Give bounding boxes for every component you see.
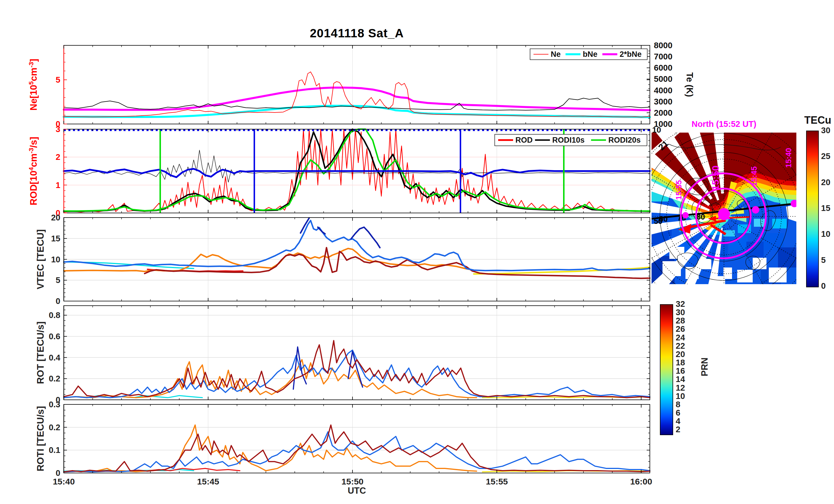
panel-frame bbox=[64, 405, 650, 473]
series-prn-blue bbox=[64, 432, 650, 472]
prn-tick-label: 20 bbox=[676, 349, 685, 359]
te-tick-label: 4000 bbox=[654, 86, 673, 95]
y-axis-label-text: Ne[105cm-3] bbox=[27, 59, 39, 111]
tecu-colorbar bbox=[806, 131, 819, 287]
prn-tick-label: 6 bbox=[676, 408, 680, 418]
y-axis-label: ROD[104cm-3/s] bbox=[27, 137, 39, 205]
y-axis-label-text: ROT [TECU/s] bbox=[35, 321, 46, 384]
prn-tick-label: 32 bbox=[676, 299, 685, 309]
epoch-time-label: 15:45 bbox=[750, 166, 759, 186]
map-nodata-patch bbox=[662, 261, 681, 276]
te-tick-label: 2000 bbox=[654, 108, 673, 117]
epoch-time-label: 15:55 bbox=[675, 180, 683, 200]
legend-label: ROD bbox=[515, 136, 533, 144]
series-prn-blue bbox=[64, 221, 650, 271]
prn-tick-label: 16 bbox=[676, 366, 685, 376]
legend-label: RODI20s bbox=[608, 136, 641, 144]
tecu-tick-label: 20 bbox=[821, 178, 830, 187]
epoch-time-label: 15:50 bbox=[710, 166, 721, 190]
tecu-colorbar-title: TECu bbox=[802, 114, 834, 126]
prn-tick-label: 12 bbox=[676, 383, 685, 393]
map-title: North (15:52 UT) bbox=[649, 119, 799, 129]
y-axis-label: VTEC [TECU] bbox=[35, 229, 46, 289]
prn-tick-label: 24 bbox=[676, 333, 685, 342]
figure-title: 20141118 Sat_A bbox=[64, 26, 650, 40]
legend-label: bNe bbox=[583, 50, 597, 59]
map-pixel-patch bbox=[778, 247, 796, 268]
x-tick-label: 15:45 bbox=[197, 477, 219, 486]
map-pixel-patch bbox=[754, 219, 765, 227]
y-tick-label: 10 bbox=[51, 255, 60, 264]
tecu-tick-label: 0 bbox=[821, 281, 826, 291]
legend-label: RODI10s bbox=[552, 136, 585, 144]
epoch-time-label-text: 15:40 bbox=[784, 148, 793, 168]
y-tick-label: 0.2 bbox=[49, 423, 60, 432]
y-tick-label: 5 bbox=[56, 276, 60, 285]
prn-tick-label: 22 bbox=[676, 341, 685, 351]
series-prn-navy bbox=[301, 218, 380, 248]
series-noise-trace bbox=[64, 150, 650, 182]
panel-vtec: 05101520VTEC [TECU] bbox=[35, 213, 650, 306]
tecu-tick-label: 5 bbox=[821, 255, 826, 265]
y-tick-label: 0 bbox=[56, 297, 60, 306]
x-tick-label: 15:40 bbox=[53, 477, 75, 486]
panel-frame bbox=[64, 306, 650, 400]
figure-root: 0510002000300040005000600070008000Te (K)… bbox=[0, 0, 834, 504]
legend-ne: NebNe2*bNe bbox=[530, 49, 647, 60]
map-nodata-patch bbox=[700, 259, 711, 269]
tecu-tick-label: 25 bbox=[821, 152, 830, 161]
figure-canvas: 0510002000300040005000600070008000Te (K)… bbox=[0, 0, 834, 504]
x-axis-label: UTC bbox=[64, 486, 650, 496]
prn-tick-label: 30 bbox=[676, 308, 685, 317]
epoch-time-label-text: 15:55 bbox=[675, 180, 683, 200]
epoch-dot-1545 bbox=[752, 206, 759, 213]
y-tick-label: 0.2 bbox=[49, 374, 60, 383]
y-tick-label: 0 bbox=[56, 468, 60, 478]
series-prn-darkred bbox=[64, 425, 650, 472]
y-tick-label: 0.4 bbox=[49, 353, 60, 362]
map-nodata-patch bbox=[670, 247, 684, 259]
lat-label: 60 bbox=[659, 215, 668, 223]
y-axis-label-text: ROTI [TECU/s] bbox=[35, 406, 46, 471]
legend-label: 2*bNe bbox=[620, 50, 642, 59]
te-tick-label: 5000 bbox=[654, 74, 673, 84]
y-tick-label: 0.1 bbox=[49, 445, 60, 455]
epoch-dot-1555 bbox=[682, 212, 689, 219]
prn-colorbar bbox=[660, 304, 673, 435]
y-tick-label: 0.6 bbox=[49, 332, 60, 341]
prn-tick-label: 4 bbox=[676, 416, 680, 426]
y-tick-label: 15 bbox=[51, 234, 60, 243]
te-tick-label: 8000 bbox=[654, 41, 673, 50]
te-axis-label: Te (K) bbox=[685, 72, 695, 97]
epoch-time-label-text: 15:45 bbox=[750, 166, 759, 186]
y-tick-label: 2 bbox=[56, 153, 60, 162]
y-tick-label: 0.3 bbox=[49, 400, 60, 409]
prn-tick-label: 26 bbox=[676, 324, 685, 334]
prn-tick-label: 10 bbox=[676, 391, 685, 401]
y-tick-label: 3 bbox=[56, 124, 60, 134]
lat-label: 80 bbox=[696, 213, 705, 221]
y-tick-label: 1 bbox=[56, 181, 60, 190]
epoch-time-label: 15:40 bbox=[784, 148, 793, 168]
epoch-dot-1540 bbox=[791, 200, 798, 207]
prn-tick-label: 8 bbox=[676, 400, 680, 409]
epoch-time-label-text: 15:50 bbox=[710, 166, 721, 190]
x-tick-label: 16:00 bbox=[630, 477, 652, 486]
legend-label: Ne bbox=[551, 50, 561, 59]
map-nodata-patch bbox=[753, 258, 767, 269]
prn-tick-label: 2 bbox=[676, 425, 680, 434]
te-tick-label: 3000 bbox=[654, 97, 673, 106]
y-axis-label: ROT [TECU/s] bbox=[35, 321, 46, 384]
te-tick-label: 6000 bbox=[654, 63, 673, 72]
panel-rot: 00.20.40.60.8ROT [TECU/s] bbox=[35, 306, 650, 405]
tecu-tick-label: 15 bbox=[821, 204, 830, 213]
prn-tick-label: 14 bbox=[676, 374, 685, 384]
x-tick-label: 15:55 bbox=[486, 477, 508, 486]
te-tick-label: 7000 bbox=[654, 52, 673, 61]
panel-roti: 00.10.20.3ROTI [TECU/s]15:4015:4515:5015… bbox=[35, 400, 652, 486]
map-content: 215060708015:5515:5015:4515:40 bbox=[575, 67, 834, 365]
x-tick-label: 15:50 bbox=[342, 477, 364, 486]
y-axis-label: Ne[105cm-3] bbox=[27, 59, 39, 111]
te-axis-label-text: Te (K) bbox=[685, 72, 695, 97]
y-axis-label-text: VTEC [TECU] bbox=[35, 229, 46, 289]
